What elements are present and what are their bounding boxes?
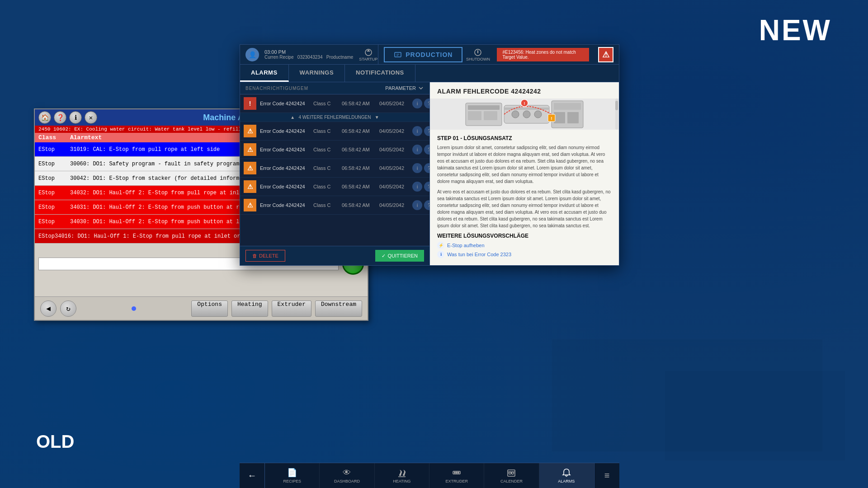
svg-point-21 xyxy=(454,472,456,474)
old-options-btn[interactable]: Options xyxy=(191,300,228,317)
alarm-row-3[interactable]: ⚠ Error Code 4242424 Class C 06:58:42 AM… xyxy=(240,159,429,178)
alarm-help-btn-1[interactable]: ? xyxy=(424,126,429,136)
old-dot-indicator xyxy=(80,306,188,311)
alarm-help-btn-3[interactable]: ? xyxy=(424,163,429,173)
svg-rect-1 xyxy=(395,52,401,57)
more-errors-bar[interactable]: ▲ 4 WEITERE FEHLERMELDUNGEN ▼ xyxy=(240,113,429,122)
new-header: 👤 03:00 PM Curren Recipe 0323043234 Prod… xyxy=(240,45,619,65)
svg-text:!: ! xyxy=(551,116,552,121)
alarm-icon-5: ⚠ xyxy=(244,199,256,211)
old-alarm-class-5: EStop xyxy=(38,219,70,225)
svg-point-10 xyxy=(523,111,530,118)
bg-panel-2 xyxy=(665,371,845,461)
dashboard-label: DASHBOARD xyxy=(334,479,360,483)
alarm-row-1[interactable]: ⚠ Error Code 4242424 Class C 06:58:42 AM… xyxy=(240,122,429,141)
param-filter[interactable]: PARAMETER xyxy=(385,85,424,91)
old-help-btn[interactable]: ❓ xyxy=(54,111,66,124)
alarm-row-4[interactable]: ⚠ Error Code 4242424 Class C 06:58:42 AM… xyxy=(240,178,429,196)
tab-alarms[interactable]: ALARMS xyxy=(240,65,289,82)
solution-link-1[interactable]: ⚡ E-Stop aufheben xyxy=(437,242,612,249)
alarm-info-btn-3[interactable]: i xyxy=(412,163,422,173)
header-info: 03:00 PM Curren Recipe 0323043234 Produc… xyxy=(264,49,353,60)
solutions-title: WEITERE LÖSUNGSVORSCHLÄGE xyxy=(437,233,612,239)
alarm-date-3: 04/05/2042 xyxy=(379,165,409,171)
old-close-btn[interactable]: ✕ xyxy=(85,111,97,124)
machine-diagram: ! ! xyxy=(430,99,619,130)
alarm-info-btn-0[interactable]: i xyxy=(412,99,422,108)
old-alarm-class-6: EStop xyxy=(38,233,55,239)
alarm-actions-4: i ? ✓ xyxy=(412,182,429,192)
alarm-info-btn-2[interactable]: i xyxy=(412,145,422,155)
old-info-btn[interactable]: ℹ xyxy=(69,111,82,124)
alarm-time-0: 06:58:42 AM xyxy=(342,101,376,106)
alarm-class-1: Class C xyxy=(313,128,338,134)
nav-item-alarms[interactable]: ALARMS xyxy=(539,463,594,488)
old-downstream-btn[interactable]: Downstream xyxy=(315,300,362,317)
alarm-icon-0: ! xyxy=(244,97,256,110)
tab-notifications[interactable]: NOTIFICATIONS xyxy=(345,65,415,82)
more-errors-chevron: ▼ xyxy=(372,115,379,120)
svg-rect-14 xyxy=(554,112,565,123)
solution-text-1: E-Stop aufheben xyxy=(447,243,485,248)
delete-btn[interactable]: 🗑 DELETE xyxy=(245,250,285,262)
quittieren-label: QUITTIEREN xyxy=(387,253,418,258)
nav-item-calender[interactable]: CALENDER xyxy=(484,463,539,488)
alarm-row-5[interactable]: ⚠ Error Code 4242424 Class C 06:58:42 AM… xyxy=(240,196,429,215)
alarms-panel: BENACHRICHTIGUMGEM PARAMETER ! Error Cod… xyxy=(240,82,430,265)
nav-startup-btn[interactable]: STARTUP xyxy=(359,45,378,65)
svg-point-25 xyxy=(509,472,511,474)
alarm-info-btn-5[interactable]: i xyxy=(412,200,422,210)
old-alarm-class-4: EStop xyxy=(38,204,70,211)
calender-label: CALENDER xyxy=(500,479,523,483)
detail-scrollbar[interactable] xyxy=(615,99,618,130)
quittieren-btn[interactable]: ✓ QUITTIEREN xyxy=(375,250,424,262)
alarm-code-4: Error Code 4242424 xyxy=(260,184,310,189)
heating-label: HEATING xyxy=(393,479,410,483)
old-alarm-class-0: EStop xyxy=(38,146,70,153)
alarm-class-2: Class C xyxy=(313,147,338,152)
alarm-info-btn-4[interactable]: i xyxy=(412,182,422,192)
nav-item-dashboard[interactable]: 👁 DASHBOARD xyxy=(320,463,374,488)
alarm-class-3: Class C xyxy=(313,165,338,171)
old-heating-btn[interactable]: Heating xyxy=(231,300,268,317)
nav-item-recipes[interactable]: 📄 RECIPES xyxy=(265,463,320,488)
alarm-actions-1: i ? ✓ xyxy=(412,126,429,136)
old-col-class: Class xyxy=(38,134,70,141)
nav-production-label: PRODUCTION xyxy=(406,51,453,58)
delete-label: DELETE xyxy=(259,253,278,258)
detail-title: ALARM FEHLERCODE 42424242 xyxy=(430,82,619,99)
nav-item-heating[interactable]: HEATING xyxy=(375,463,429,488)
alarm-row-0[interactable]: ! Error Code 4242424 Class C 06:58:42 AM… xyxy=(240,94,429,113)
alarm-help-btn-0[interactable]: ? xyxy=(424,99,429,108)
alarm-time-4: 06:58:42 AM xyxy=(342,184,376,189)
alarm-actions-2: i ? ✓ xyxy=(412,145,429,155)
alarm-date-2: 04/05/2042 xyxy=(379,147,409,152)
param-label: PARAMETER xyxy=(385,85,416,91)
alert-banner: #E123456: Heat zones do not match Target… xyxy=(497,48,589,61)
alarm-help-btn-5[interactable]: ? xyxy=(424,200,429,210)
nav-shutdown-btn[interactable]: SHUTDOWN xyxy=(468,45,488,65)
nav-item-extruder[interactable]: EXTRUDER xyxy=(429,463,484,488)
nav-production-btn[interactable]: PRODUCTION xyxy=(384,47,462,62)
svg-point-23 xyxy=(458,472,459,474)
tab-warnings[interactable]: WARNINGS xyxy=(289,65,345,82)
old-refresh-btn[interactable]: ↻ xyxy=(60,300,76,317)
alarms-footer: 🗑 DELETE ✓ QUITTIEREN xyxy=(240,246,429,265)
alarm-help-btn-2[interactable]: ? xyxy=(424,145,429,155)
alarm-time-1: 06:58:42 AM xyxy=(342,128,376,134)
alert-icon[interactable]: ⚠ xyxy=(598,47,613,62)
nav-back-btn[interactable]: ← xyxy=(240,463,265,488)
svg-point-9 xyxy=(512,111,519,118)
detail-panel: ALARM FEHLERCODE 42424242 xyxy=(430,82,619,265)
old-home-btn[interactable]: 🏠 xyxy=(38,111,51,124)
old-label: OLD xyxy=(36,432,74,452)
alarm-help-btn-4[interactable]: ? xyxy=(424,182,429,192)
calender-icon xyxy=(506,468,516,478)
alarm-info-btn-1[interactable]: i xyxy=(412,126,422,136)
old-extruder-btn[interactable]: Extruder xyxy=(272,300,311,317)
old-back-btn[interactable]: ◀ xyxy=(40,300,57,317)
solution-link-2[interactable]: ℹ Was tun bei Error Code 2323 xyxy=(437,251,612,258)
alarm-row-2[interactable]: ⚠ Error Code 4242424 Class C 06:58:42 AM… xyxy=(240,141,429,159)
extruder-label: EXTRUDER xyxy=(445,479,468,483)
nav-hamburger-btn[interactable]: ≡ xyxy=(594,463,619,488)
